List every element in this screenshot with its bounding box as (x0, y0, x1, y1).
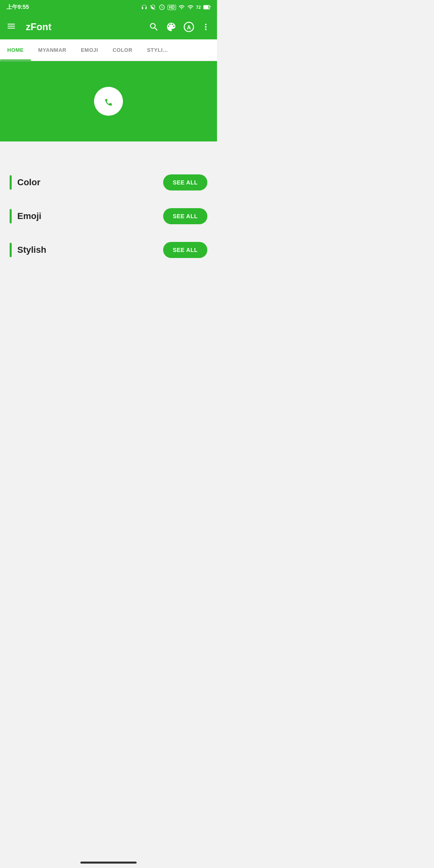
hd-badge: HD (168, 5, 176, 10)
main-content: Color SEE ALL Emoji SEE ALL Stylish SEE … (0, 141, 217, 275)
stylish-section-accent (10, 243, 12, 257)
tab-bar: HOME MYANMAR EMOJI COLOR STYLI… (0, 39, 217, 61)
status-time: 上午9:55 (6, 4, 29, 11)
stylish-section-row: Stylish SEE ALL (0, 233, 217, 267)
palette-icon[interactable] (166, 21, 177, 33)
battery-icon: 72 (196, 5, 201, 10)
svg-text:A: A (187, 24, 191, 31)
svg-rect-2 (204, 6, 209, 9)
search-icon[interactable] (149, 22, 159, 32)
tab-stylish[interactable]: STYLI… (140, 39, 176, 61)
emoji-section-accent (10, 209, 12, 223)
color-section-row: Color SEE ALL (0, 166, 217, 199)
stylish-section-label: Stylish (17, 245, 163, 255)
tab-emoji[interactable]: EMOJI (74, 39, 105, 61)
headphones-icon (141, 4, 147, 10)
tab-home[interactable]: HOME (0, 39, 31, 61)
battery-shape (203, 5, 211, 10)
font-icon[interactable]: A (183, 21, 194, 33)
more-options-icon[interactable] (201, 22, 211, 32)
alarm-icon (159, 4, 165, 10)
emoji-section-label: Emoji (17, 211, 163, 221)
stylish-see-all-button[interactable]: SEE ALL (163, 242, 207, 258)
app-title: zFont (26, 21, 142, 33)
emoji-see-all-button[interactable]: SEE ALL (163, 208, 207, 224)
color-see-all-button[interactable]: SEE ALL (163, 174, 207, 190)
status-icons: HD 72 (141, 4, 211, 10)
status-bar: 上午9:55 HD 72 (0, 0, 217, 14)
app-bar: zFont A (0, 14, 217, 39)
tab-myanmar[interactable]: MYANMAR (31, 39, 74, 61)
hero-logo-circle (94, 87, 123, 116)
color-section-accent (10, 175, 12, 190)
hero-banner (0, 61, 217, 141)
mute-icon (150, 4, 156, 10)
color-section-label: Color (17, 177, 163, 188)
spacer (0, 149, 217, 166)
tab-color[interactable]: COLOR (105, 39, 139, 61)
zfont-logo-icon (101, 94, 116, 108)
wifi-icon (187, 4, 194, 10)
emoji-section-row: Emoji SEE ALL (0, 199, 217, 233)
hamburger-menu-icon[interactable] (6, 21, 16, 33)
signal-icon (178, 4, 185, 10)
